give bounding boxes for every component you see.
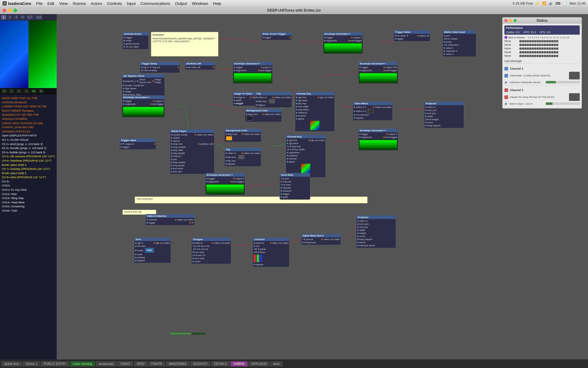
node-title: QC Syphon Client <box>122 74 164 78</box>
close-button[interactable] <box>2 9 6 12</box>
progress-bar <box>169 332 206 335</box>
port-in <box>445 44 447 46</box>
tab-work[interactable]: work <box>270 361 283 366</box>
envelope-gen1-node[interactable]: Envelope Generator++ trigger output 0 se… <box>323 32 363 54</box>
status-minimize-button[interactable] <box>509 19 512 22</box>
envelope-gen3-node[interactable]: Envelope Generator++ trigger output 100 … <box>358 62 398 84</box>
maximize-button[interactable] <box>13 9 17 12</box>
menu-actors[interactable]: Actors <box>91 1 102 6</box>
node-content <box>323 43 363 54</box>
alpha-mask-node[interactable]: Alpha Mask Direct 7 picture video out vi… <box>301 234 341 245</box>
matrix-value-send-node[interactable]: Matrix Value Send port 100 master bump 1… <box>443 30 476 57</box>
port-in <box>262 37 264 38</box>
comment-box-1[interactable]: Comment Kinect/Synapse/quartz_passthroug… <box>151 32 218 56</box>
activate-scene-node[interactable]: Activate Scene trigger mode global scene… <box>123 32 149 49</box>
envelope-gen4-node[interactable]: Envelope Generator++ trigger output 0 se… <box>122 95 165 117</box>
canvas-area[interactable]: Comment Kinect/Synapse/quartz_passthroug… <box>57 14 588 359</box>
menu-windows[interactable]: Windows <box>192 1 208 6</box>
port-in <box>296 100 297 101</box>
projector1-node[interactable]: Projector video in horz pos vert pos wid… <box>424 102 464 128</box>
projector2-node[interactable]: Projector video in horz pos vert pos wid… <box>356 215 396 248</box>
tab-grid[interactable]: GRID <box>134 361 148 366</box>
bottom-tabs: global dmx Scene 1 PUBLIC ENTRY Lines mo… <box>0 359 588 368</box>
dots-node[interactable]: Dots rgb in rgb out video dot size mode <box>134 237 171 263</box>
node-row: 10 Sec fade <box>123 45 148 48</box>
flip1-node[interactable]: Flip video in video out video flip horz.… <box>255 92 292 108</box>
send-note-node[interactable]: Send Note 1 port channel 75 note velocit… <box>280 173 310 200</box>
status-maximize-button[interactable] <box>514 19 517 22</box>
port-in <box>192 261 194 262</box>
all-notes-off-node[interactable]: All Notes Off all notes off <box>185 62 215 70</box>
menu-output[interactable]: Output <box>175 1 187 6</box>
sidebar-tab-4[interactable]: 4 <box>20 15 25 20</box>
chroma-key1-node[interactable]: Chroma Key rgb fore rgb out video rgb ba… <box>295 92 335 132</box>
minimize-button[interactable] <box>8 9 12 12</box>
port-in <box>296 115 297 117</box>
trigger-value1-node[interactable]: Trigger Value 20 value ✦ output 20 trigg… <box>394 30 430 41</box>
menu-scenes[interactable]: Scenes <box>73 1 86 6</box>
port-in <box>254 245 255 247</box>
sidebar-text-line: CH15= Screaming <box>2 205 55 209</box>
channel4-audio-row: 🔊 Built-in Input : Line In <box>504 102 580 105</box>
envelope-gen6-node[interactable]: Envelope Generator++ trigger output 0 se… <box>205 173 245 195</box>
port-in <box>225 163 227 165</box>
menu-help[interactable]: Help <box>213 1 221 6</box>
tab-scene1[interactable]: Scene 1 <box>23 361 40 366</box>
port-in <box>135 254 137 255</box>
status-close-button[interactable] <box>504 19 507 22</box>
port-in <box>192 251 194 253</box>
envelope-gen5-node[interactable]: Envelope Generator++ trigger output 0 se… <box>358 128 398 151</box>
envelope-gen2-node[interactable]: Envelope Generator++ trigger output 0 se… <box>233 62 273 84</box>
chroma-key2-node[interactable]: Chroma Key rgb fore rgb out video rgb ba… <box>286 135 326 178</box>
video-mixer-node[interactable]: Video Mixer video in 1 video out video v… <box>353 102 393 121</box>
trigger-delay-node[interactable]: Trigger Delay trig in ✦ trig out 40 Sec … <box>140 62 180 73</box>
sidebar-tab-68[interactable]: 6,8 <box>35 15 43 20</box>
menu-controls[interactable]: Controls <box>107 1 122 6</box>
sidebar-tab-1[interactable]: 1 <box>1 15 6 20</box>
tab-lines-morning[interactable]: Lines morning <box>70 361 95 366</box>
tab-global-dmx[interactable]: global dmx <box>1 361 22 366</box>
port-in <box>256 97 258 98</box>
tab-pianta[interactable]: PIANTA <box>148 361 165 366</box>
tab-amazonia2[interactable]: AMAZONIA2 <box>166 361 190 366</box>
status-traffic-lights[interactable] <box>504 19 517 22</box>
port-in <box>256 101 258 102</box>
tab-ombra[interactable]: OMBRA <box>230 361 248 366</box>
sidebar-tab-57[interactable]: 5,7 <box>26 15 34 20</box>
port-in <box>357 220 359 222</box>
green-bar <box>206 185 244 194</box>
movie-player-node[interactable]: Movie Player Quartz movie video out vide… <box>170 129 214 174</box>
port-in <box>171 134 172 136</box>
menu-input[interactable]: Input <box>127 1 136 6</box>
audio-level-bar <box>546 81 580 83</box>
port-out <box>270 242 271 244</box>
tab-silencio[interactable]: SILENCIO <box>190 361 211 366</box>
port-in <box>443 41 445 43</box>
menu-edit[interactable]: Edit <box>47 1 54 6</box>
tab-piano[interactable]: PIANO <box>117 361 133 366</box>
window-controls[interactable] <box>2 9 17 12</box>
tab-public-entry[interactable]: PUBLIC ENTRY <box>41 361 69 366</box>
flip2-node[interactable]: Flip video in video out video flip horz.… <box>224 148 261 167</box>
tab-details[interactable]: DETAILS <box>211 361 230 366</box>
port-in <box>234 97 235 98</box>
trigger-value2-node[interactable]: Trigger Value ✦ output 0 trigger <box>119 138 156 150</box>
port-in <box>357 239 359 240</box>
chopper-node[interactable]: Chopper video in video out video -21.2 h… <box>191 237 231 264</box>
comment-floor[interactable]: floor projection <box>135 197 368 203</box>
colorizer-node[interactable]: Colorizer video in video out video red -… <box>253 237 289 267</box>
port-out <box>318 97 319 98</box>
menu-communications[interactable]: Communications <box>141 1 170 6</box>
menu-file[interactable]: File <box>36 1 43 6</box>
enter-scene-trigger-node[interactable]: Enter Scene Trigger trigger <box>261 32 292 40</box>
node-row: trigger <box>123 36 148 39</box>
bg-color1-node[interactable]: Background Color bkg color video out vid… <box>245 109 282 122</box>
tab-amazonia1[interactable]: amazonia1 <box>96 361 117 366</box>
channel-3: 1 <box>23 89 29 93</box>
tab-applausi[interactable]: APPLAUSI <box>248 361 270 366</box>
menu-view[interactable]: View <box>59 1 68 6</box>
sidebar-tab-3[interactable]: 3 <box>13 15 19 20</box>
sidebar-tab-2[interactable]: 2 <box>7 15 13 20</box>
video-in-watcher-node[interactable]: Video In Watcher channel video out video… <box>145 214 194 225</box>
bg-color2-node[interactable]: Background Color bkg color video out vid… <box>224 128 261 142</box>
